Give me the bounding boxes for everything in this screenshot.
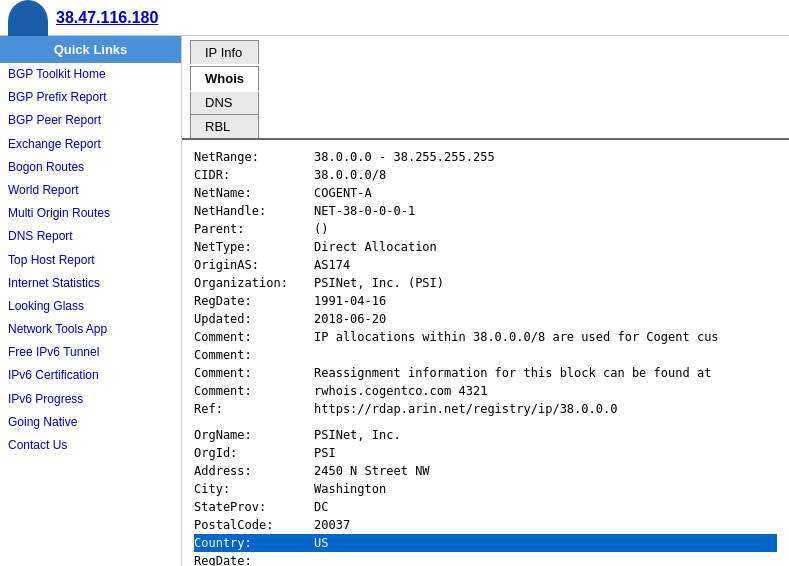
header-ip[interactable]: 38.47.116.180 bbox=[56, 9, 158, 27]
whois-row: NetRange:38.0.0.0 - 38.255.255.255 bbox=[194, 148, 777, 166]
whois-field-label: OrgName: bbox=[194, 426, 314, 444]
whois-field-label: Ref: bbox=[194, 400, 314, 418]
tabs-container: IP InfoWhoisDNSRBL bbox=[190, 40, 261, 138]
tab-rbl[interactable]: RBL bbox=[190, 114, 259, 138]
whois-field-label: Comment: bbox=[194, 382, 314, 400]
sidebar-title: Quick Links bbox=[0, 36, 181, 63]
whois-field-value: 2450 N Street NW bbox=[314, 462, 430, 480]
sidebar-item-multi-origin-routes[interactable]: Multi Origin Routes bbox=[0, 202, 181, 225]
whois-row: Comment:Reassignment information for thi… bbox=[194, 364, 777, 382]
sidebar-item-network-tools-app[interactable]: Network Tools App bbox=[0, 318, 181, 341]
whois-row: NetName:COGENT-A bbox=[194, 184, 777, 202]
whois-row: Updated:2018-06-20 bbox=[194, 310, 777, 328]
whois-field-label: PostalCode: bbox=[194, 516, 314, 534]
whois-field-value: PSINet, Inc. bbox=[314, 426, 401, 444]
sidebar-item-looking-glass[interactable]: Looking Glass bbox=[0, 295, 181, 318]
whois-row: Parent:() bbox=[194, 220, 777, 238]
whois-row: NetType:Direct Allocation bbox=[194, 238, 777, 256]
sidebar-links: BGP Toolkit HomeBGP Prefix ReportBGP Pee… bbox=[0, 63, 181, 457]
sidebar: Quick Links BGP Toolkit HomeBGP Prefix R… bbox=[0, 36, 182, 566]
sidebar-item-ipv6-progress[interactable]: IPv6 Progress bbox=[0, 388, 181, 411]
sidebar-item-bogon-routes[interactable]: Bogon Routes bbox=[0, 156, 181, 179]
whois-field-label: NetType: bbox=[194, 238, 314, 256]
whois-field-label: StateProv: bbox=[194, 498, 314, 516]
whois-field-value: 2018-06-20 bbox=[314, 310, 386, 328]
whois-field-value: DC bbox=[314, 498, 328, 516]
whois-row: Comment: bbox=[194, 346, 777, 364]
whois-field-value: PSINet, Inc. (PSI) bbox=[314, 274, 444, 292]
whois-field-value: https://rdap.arin.net/registry/ip/38.0.0… bbox=[314, 400, 617, 418]
whois-field-label: Organization: bbox=[194, 274, 314, 292]
whois-field-label: RegDate: bbox=[194, 292, 314, 310]
sidebar-item-exchange-report[interactable]: Exchange Report bbox=[0, 133, 181, 156]
sidebar-item-dns-report[interactable]: DNS Report bbox=[0, 225, 181, 248]
sidebar-item-ipv6-certification[interactable]: IPv6 Certification bbox=[0, 364, 181, 387]
whois-field-label: OrgId: bbox=[194, 444, 314, 462]
whois-field-value: IP allocations within 38.0.0.0/8 are use… bbox=[314, 328, 719, 346]
whois-row: Address:2450 N Street NW bbox=[194, 462, 777, 480]
tab-dns[interactable]: DNS bbox=[190, 90, 259, 114]
sidebar-item-contact-us[interactable]: Contact Us bbox=[0, 434, 181, 457]
logo bbox=[8, 0, 48, 36]
content-area: IP InfoWhoisDNSRBL NetRange:38.0.0.0 - 3… bbox=[182, 36, 789, 566]
whois-field-label: Comment: bbox=[194, 364, 314, 382]
whois-field-value: COGENT-A bbox=[314, 184, 372, 202]
whois-field-label: RegDate: bbox=[194, 552, 314, 566]
whois-field-value: 38.0.0.0/8 bbox=[314, 166, 386, 184]
whois-field-value: Reassignment information for this block … bbox=[314, 364, 711, 382]
whois-field-label: Comment: bbox=[194, 328, 314, 346]
whois-row: Comment:rwhois.cogentco.com 4321 bbox=[194, 382, 777, 400]
whois-row: StateProv:DC bbox=[194, 498, 777, 516]
whois-field-label: CIDR: bbox=[194, 166, 314, 184]
whois-field-value: US bbox=[314, 534, 328, 552]
whois-row: RegDate: bbox=[194, 552, 777, 566]
header: 38.47.116.180 bbox=[0, 0, 789, 36]
sidebar-item-bgp-toolkit-home[interactable]: BGP Toolkit Home bbox=[0, 63, 181, 86]
whois-field-value: AS174 bbox=[314, 256, 350, 274]
whois-field-value: NET-38-0-0-0-1 bbox=[314, 202, 415, 220]
whois-field-label: Comment: bbox=[194, 346, 314, 364]
sidebar-item-free-ipv6-tunnel[interactable]: Free IPv6 Tunnel bbox=[0, 341, 181, 364]
sidebar-item-world-report[interactable]: World Report bbox=[0, 179, 181, 202]
whois-field-label: NetName: bbox=[194, 184, 314, 202]
whois-row: Country:US bbox=[194, 534, 777, 552]
whois-row: OrgName:PSINet, Inc. bbox=[194, 426, 777, 444]
whois-row: RegDate:1991-04-16 bbox=[194, 292, 777, 310]
whois-field-value: rwhois.cogentco.com 4321 bbox=[314, 382, 487, 400]
whois-field-value: () bbox=[314, 220, 328, 238]
whois-row bbox=[194, 418, 777, 426]
whois-field-label: Country: bbox=[194, 534, 314, 552]
whois-row: CIDR:38.0.0.0/8 bbox=[194, 166, 777, 184]
whois-row: PostalCode:20037 bbox=[194, 516, 777, 534]
whois-field-value: 38.0.0.0 - 38.255.255.255 bbox=[314, 148, 495, 166]
main-layout: Quick Links BGP Toolkit HomeBGP Prefix R… bbox=[0, 36, 789, 566]
sidebar-item-bgp-prefix-report[interactable]: BGP Prefix Report bbox=[0, 86, 181, 109]
whois-field-value: 1991-04-16 bbox=[314, 292, 386, 310]
whois-field-label: NetRange: bbox=[194, 148, 314, 166]
sidebar-item-going-native[interactable]: Going Native bbox=[0, 411, 181, 434]
whois-field-value: Washington bbox=[314, 480, 386, 498]
whois-row: Comment:IP allocations within 38.0.0.0/8… bbox=[194, 328, 777, 346]
sidebar-item-top-host-report[interactable]: Top Host Report bbox=[0, 249, 181, 272]
whois-field-label: Address: bbox=[194, 462, 314, 480]
whois-row: Ref:https://rdap.arin.net/registry/ip/38… bbox=[194, 400, 777, 418]
whois-field-label: OriginAS: bbox=[194, 256, 314, 274]
whois-row: Organization:PSINet, Inc. (PSI) bbox=[194, 274, 777, 292]
whois-row: NetHandle:NET-38-0-0-0-1 bbox=[194, 202, 777, 220]
sidebar-item-internet-statistics[interactable]: Internet Statistics bbox=[0, 272, 181, 295]
whois-field-label: Updated: bbox=[194, 310, 314, 328]
whois-row: OrgId:PSI bbox=[194, 444, 777, 462]
whois-field-value: 20037 bbox=[314, 516, 350, 534]
tab-whois[interactable]: Whois bbox=[190, 66, 259, 92]
sidebar-item-bgp-peer-report[interactable]: BGP Peer Report bbox=[0, 109, 181, 132]
tab-ip-info[interactable]: IP Info bbox=[190, 40, 259, 64]
whois-row: City:Washington bbox=[194, 480, 777, 498]
whois-field-label: City: bbox=[194, 480, 314, 498]
whois-rows: NetRange:38.0.0.0 - 38.255.255.255CIDR:3… bbox=[194, 148, 777, 566]
whois-field-label: Parent: bbox=[194, 220, 314, 238]
whois-row: OriginAS:AS174 bbox=[194, 256, 777, 274]
tabs-bar: IP InfoWhoisDNSRBL bbox=[182, 36, 789, 140]
whois-field-label: NetHandle: bbox=[194, 202, 314, 220]
whois-content: NetRange:38.0.0.0 - 38.255.255.255CIDR:3… bbox=[182, 140, 789, 566]
whois-field-value: PSI bbox=[314, 444, 336, 462]
